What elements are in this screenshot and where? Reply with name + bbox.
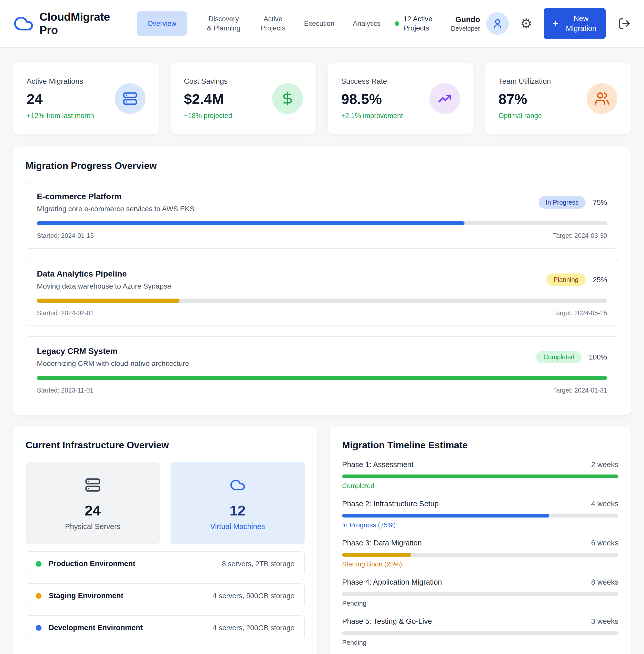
users-icon bbox=[586, 83, 617, 114]
env-status-dot-icon bbox=[36, 561, 42, 567]
progress-bar bbox=[342, 592, 618, 596]
phase-duration: 6 weeks bbox=[591, 539, 618, 547]
virtual-machines-label: Virtual Machines bbox=[176, 522, 300, 531]
virtual-machines-tile: 12 Virtual Machines bbox=[170, 462, 305, 544]
infrastructure-title: Current Infrastructure Overview bbox=[26, 440, 305, 451]
stat-card-active-migrations: Active Migrations 24 +12% from last mont… bbox=[13, 63, 159, 134]
stat-value: 24 bbox=[27, 91, 94, 107]
stat-delta: +18% projected bbox=[184, 112, 232, 120]
progress-bar bbox=[342, 474, 618, 478]
progress-percent: 25% bbox=[593, 276, 607, 284]
stat-label: Cost Savings bbox=[184, 77, 232, 86]
bottom-panels: Current Infrastructure Overview 24 Physi… bbox=[0, 415, 644, 654]
user-profile[interactable]: Gundo Developer bbox=[451, 12, 509, 35]
phase-row-infrastructure-setup: Phase 2: Infrastructure Setup 4 weeks In… bbox=[342, 499, 618, 529]
project-status-group: In Progress 75% bbox=[538, 196, 607, 209]
nav-tab-overview[interactable]: Overview bbox=[137, 11, 187, 36]
status-badge: Planning bbox=[547, 274, 585, 286]
progress-bar-fill bbox=[37, 376, 607, 380]
phase-name: Phase 4: Application Migration bbox=[342, 578, 442, 586]
project-name: Data Analytics Pipeline bbox=[37, 269, 171, 279]
progress-bar bbox=[37, 376, 607, 380]
physical-servers-tile: 24 Physical Servers bbox=[26, 462, 160, 544]
progress-bar-fill bbox=[342, 514, 549, 517]
nav-tab-execution[interactable]: Execution bbox=[304, 19, 335, 28]
phase-duration: 2 weeks bbox=[591, 461, 618, 469]
user-name: Gundo bbox=[451, 15, 480, 24]
gear-icon[interactable]: ⚙ bbox=[520, 17, 532, 30]
status-dot-icon bbox=[395, 21, 399, 26]
progress-bar bbox=[342, 631, 618, 635]
cloud-icon bbox=[230, 477, 246, 493]
kpi-cards-row: Active Migrations 24 +12% from last mont… bbox=[0, 63, 644, 134]
project-description: Modernizing CRM with cloud-native archit… bbox=[37, 359, 189, 368]
environment-row-staging: Staging Environment 4 servers, 500GB sto… bbox=[26, 583, 305, 608]
stat-label: Active Migrations bbox=[27, 77, 94, 86]
env-details: 8 servers, 2TB storage bbox=[222, 560, 295, 568]
stat-card-cost-savings: Cost Savings $2.4M +18% projected bbox=[170, 63, 316, 134]
phase-row-testing-golive: Phase 5: Testing & Go-Live 3 weeks Pendi… bbox=[342, 617, 618, 647]
progress-percent: 75% bbox=[593, 198, 607, 207]
status-badge: In Progress bbox=[538, 196, 585, 209]
timeline-title: Migration Timeline Estimate bbox=[342, 440, 618, 451]
env-details: 4 servers, 500GB storage bbox=[213, 592, 295, 600]
project-card-data-analytics[interactable]: Data Analytics Pipeline Moving data ware… bbox=[26, 259, 618, 326]
server-icon bbox=[115, 83, 145, 114]
new-migration-label: New Migration bbox=[565, 14, 597, 33]
stat-card-success-rate: Success Rate 98.5% +2.1% improvement bbox=[328, 63, 474, 134]
phase-duration: 3 weeks bbox=[591, 617, 618, 626]
server-icon bbox=[85, 477, 101, 493]
physical-servers-count: 24 bbox=[31, 502, 155, 519]
env-name: Staging Environment bbox=[49, 591, 123, 600]
project-name: Legacy CRM System bbox=[37, 347, 189, 356]
environment-row-production: Production Environment 8 servers, 2TB st… bbox=[26, 551, 305, 576]
progress-bar bbox=[37, 221, 607, 225]
env-status-dot-icon bbox=[36, 625, 42, 631]
stat-value: $2.4M bbox=[184, 91, 232, 107]
nav-tab-active-projects[interactable]: Active Projects bbox=[260, 14, 286, 33]
nav-tab-analytics[interactable]: Analytics bbox=[353, 19, 381, 28]
stat-label: Team Utilization bbox=[499, 77, 551, 86]
progress-bar bbox=[37, 299, 607, 303]
new-migration-button[interactable]: + New Migration bbox=[544, 8, 605, 39]
project-card-legacy-crm[interactable]: Legacy CRM System Modernizing CRM with c… bbox=[26, 336, 618, 403]
avatar[interactable] bbox=[486, 12, 509, 35]
nav-tab-discovery-planning[interactable]: Discovery & Planning bbox=[206, 14, 242, 33]
phase-row-assessment: Phase 1: Assessment 2 weeks Completed bbox=[342, 461, 618, 490]
environment-row-development: Development Environment 4 servers, 200GB… bbox=[26, 615, 305, 640]
infrastructure-panel: Current Infrastructure Overview 24 Physi… bbox=[13, 427, 317, 654]
project-target-date: Target: 2024-05-15 bbox=[553, 309, 607, 317]
stat-delta: Optimal range bbox=[499, 112, 551, 120]
project-text: Legacy CRM System Modernizing CRM with c… bbox=[37, 347, 189, 368]
progress-bar bbox=[342, 553, 618, 557]
phase-status: In Progress (75%) bbox=[342, 521, 618, 529]
project-status-group: Planning 25% bbox=[547, 274, 607, 286]
phase-name: Phase 2: Infrastructure Setup bbox=[342, 499, 439, 508]
stat-label: Success Rate bbox=[341, 77, 403, 86]
project-card-ecommerce[interactable]: E-commerce Platform Migrating core e-com… bbox=[26, 182, 618, 249]
phase-status: Starting Soon (25%) bbox=[342, 560, 618, 568]
progress-bar-fill bbox=[342, 474, 618, 478]
phase-row-data-migration: Phase 3: Data Migration 6 weeks Starting… bbox=[342, 539, 618, 568]
user-role: Developer bbox=[451, 25, 480, 32]
project-text: E-commerce Platform Migrating core e-com… bbox=[37, 192, 194, 213]
main-nav: Overview Discovery & Planning Active Pro… bbox=[137, 11, 381, 36]
user-info: Gundo Developer bbox=[451, 15, 480, 32]
progress-bar-fill bbox=[37, 221, 464, 225]
logout-icon[interactable] bbox=[618, 17, 631, 30]
stat-card-text: Active Migrations 24 +12% from last mont… bbox=[27, 77, 94, 120]
phase-row-application-migration: Phase 4: Application Migration 8 weeks P… bbox=[342, 578, 618, 607]
project-description: Moving data warehouse to Azure Synapse bbox=[37, 282, 171, 290]
stat-value: 98.5% bbox=[341, 91, 403, 107]
stat-card-text: Success Rate 98.5% +2.1% improvement bbox=[341, 77, 403, 120]
stat-card-team-utilization: Team Utilization 87% Optimal range bbox=[485, 63, 631, 134]
phase-name: Phase 1: Assessment bbox=[342, 461, 414, 469]
project-text: Data Analytics Pipeline Moving data ware… bbox=[37, 269, 171, 290]
person-icon bbox=[492, 18, 503, 29]
stat-delta: +2.1% improvement bbox=[341, 112, 403, 120]
progress-bar-fill bbox=[37, 299, 180, 303]
phase-status: Pending bbox=[342, 639, 618, 647]
project-target-date: Target: 2024-01-31 bbox=[553, 387, 607, 394]
top-navigation-bar: CloudMigrate Pro Overview Discovery & Pl… bbox=[0, 0, 644, 48]
cloud-logo-icon bbox=[13, 13, 34, 34]
